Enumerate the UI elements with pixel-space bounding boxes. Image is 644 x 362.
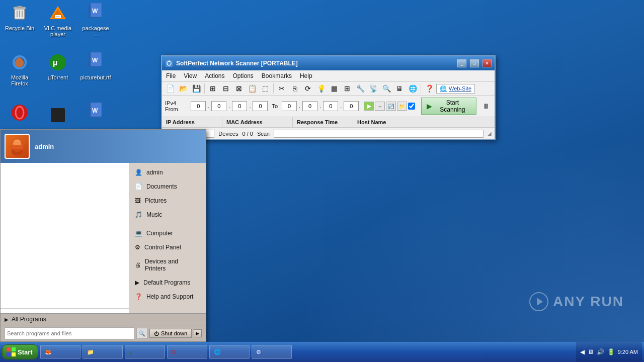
menu-item-computer[interactable]: 💻 Computer	[129, 226, 206, 240]
svg-rect-38	[12, 352, 16, 356]
menu-item-help[interactable]: ❓ Help and Support	[129, 290, 206, 304]
minimize-button[interactable]: _	[457, 59, 466, 67]
toolbar-btn-14[interactable]: 🌐	[407, 83, 419, 94]
menu-item-control-panel[interactable]: ⚙ Control Panel	[129, 240, 206, 254]
desktop-icon-word1[interactable]: W packagese…	[78, 1, 113, 39]
desktop-icon-word2[interactable]: W picturebut.rtf	[78, 50, 113, 82]
menu-view[interactable]: View	[180, 71, 201, 80]
clock-time: 9:20 AM	[618, 349, 638, 355]
toolbar-btn-8[interactable]: ▦	[328, 83, 340, 94]
ip-action-4[interactable]: 📁	[397, 102, 407, 111]
ip-action-1[interactable]: ▶	[364, 102, 374, 111]
toolbar-btn-13[interactable]: 🖥	[393, 83, 406, 94]
start-menu-search-bar: 🔍 ⏻ Shut down ▶	[1, 325, 206, 341]
col-ip-address[interactable]: IP Address	[162, 117, 222, 127]
recycle-bin-icon	[10, 3, 30, 23]
desktop-icon-opera[interactable]	[2, 101, 37, 127]
ip-action-3[interactable]: 🔃	[386, 102, 396, 111]
close-button[interactable]: ✕	[482, 59, 492, 67]
taskbar-item-opera[interactable]: O	[167, 345, 207, 359]
toolbar-btn-12[interactable]: 🔍	[380, 83, 392, 94]
ip-to-4[interactable]	[344, 101, 359, 111]
menu-file[interactable]: File	[162, 71, 180, 80]
resize-handle[interactable]: ◢	[488, 131, 492, 136]
ip-to-2[interactable]	[302, 101, 317, 111]
word1-label: packagese…	[80, 25, 111, 37]
toolbar-btn-9[interactable]: ⊞	[341, 83, 353, 94]
ip-action-2[interactable]: ↔	[375, 102, 385, 111]
menu-item-admin[interactable]: 👤 admin	[129, 165, 206, 179]
ip-from-2[interactable]	[211, 101, 226, 111]
all-programs-btn[interactable]: ▶ All Programs	[5, 316, 46, 323]
menu-bookmarks[interactable]: Bookmarks	[258, 71, 296, 80]
toolbar-btn-10[interactable]: 🔧	[354, 83, 366, 94]
pause-scanning-button[interactable]: ⏸	[480, 101, 492, 112]
ip-range-bar: IPv4 From . . . To . . . ▶ ↔ 🔃 📁	[162, 96, 495, 117]
menu-help[interactable]: Help	[296, 71, 316, 80]
tray-expand-icon[interactable]: ◀	[580, 348, 585, 355]
toolbar-btn-1[interactable]: ⊞	[207, 83, 219, 94]
start-button[interactable]: Start	[2, 344, 38, 359]
ip-from-1[interactable]	[191, 101, 206, 111]
taskbar-settings-icon: ⚙	[256, 349, 261, 355]
toolbar-new-btn[interactable]: 📄	[164, 83, 176, 94]
desktop-icon-black[interactable]	[40, 103, 75, 129]
toolbar-open-btn[interactable]: 📂	[177, 83, 189, 94]
toolbar-btn-3[interactable]: ⊠	[233, 83, 245, 94]
taskbar: Start 🦊 📁 µ O 🌐	[0, 342, 644, 362]
taskbar-item-explorer[interactable]: 📁	[83, 345, 123, 359]
web-site-button[interactable]: 🌐 Web-Site	[436, 84, 475, 94]
menu-item-pictures[interactable]: 🖼 Pictures	[129, 194, 206, 208]
maximize-button[interactable]: □	[470, 59, 479, 67]
desktop-icon-word3[interactable]: W	[78, 101, 113, 127]
menu-item-default-programs[interactable]: ▶ Default Programs	[129, 276, 206, 290]
toolbar-cut-btn[interactable]: ✂	[276, 83, 288, 94]
user-avatar	[5, 134, 30, 159]
toolbar-btn-5[interactable]: ⬚	[259, 83, 271, 94]
taskbar-item-settings[interactable]: ⚙	[252, 345, 292, 359]
toolbar-copy-btn[interactable]: ⎘	[289, 83, 301, 94]
ip-checkbox[interactable]	[408, 103, 415, 110]
menu-item-devices[interactable]: 🖨 Devices and Printers	[129, 254, 206, 276]
toolbar-btn-4[interactable]: 📋	[246, 83, 258, 94]
start-scanning-button[interactable]: ▶ Start Scanning	[421, 98, 476, 115]
tray-volume-icon[interactable]: 🔊	[597, 348, 604, 355]
shutdown-arrow-button[interactable]: ▶	[194, 329, 202, 337]
menu-item-documents[interactable]: 📄 Documents	[129, 179, 206, 194]
ip-to-3[interactable]	[323, 101, 338, 111]
desktop-icon-vlc[interactable]: VLC media player	[40, 1, 75, 39]
system-clock[interactable]: 9:20 AM	[618, 349, 638, 355]
taskbar-item-firefox[interactable]: 🦊	[40, 345, 80, 359]
toolbar-btn-6[interactable]: ⟳	[302, 83, 314, 94]
start-menu-top: admin	[1, 130, 206, 163]
toolbar-btn-11[interactable]: 📡	[367, 83, 379, 94]
toolbar-btn-7[interactable]: 💡	[315, 83, 327, 94]
ip-to-1[interactable]	[282, 101, 297, 111]
to-label: To	[272, 103, 278, 109]
desktop-icon-recycle-bin[interactable]: Recycle Bin	[2, 1, 37, 33]
taskbar-item-utorrent[interactable]: µ	[125, 345, 165, 359]
tray-network-icon[interactable]: 🖥	[588, 348, 594, 355]
toolbar-save-btn[interactable]: 💾	[190, 83, 202, 94]
col-host-name[interactable]: Host Name	[353, 117, 495, 127]
music-icon: 🎵	[135, 211, 142, 218]
anyrun-logo-icon	[529, 292, 549, 312]
search-button[interactable]: 🔍	[136, 328, 147, 339]
scan-input[interactable]	[274, 130, 484, 138]
col-response-time[interactable]: Response Time	[293, 117, 353, 127]
toolbar-help-btn[interactable]: ❓	[423, 83, 435, 94]
tray-battery-icon[interactable]: 🔋	[607, 348, 615, 355]
desktop-icon-firefox[interactable]: Mozilla Firefox	[2, 50, 37, 88]
col-mac-address[interactable]: MAC Address	[222, 117, 293, 127]
menu-actions[interactable]: Actions	[201, 71, 228, 80]
desktop-icon-utorrent[interactable]: µ µTorrent	[40, 50, 75, 82]
ip-from-4[interactable]	[253, 101, 268, 111]
menu-item-music[interactable]: 🎵 Music	[129, 208, 206, 222]
toolbar-btn-2[interactable]: ⊟	[220, 83, 232, 94]
shutdown-button[interactable]: ⏻ Shut down	[149, 329, 192, 338]
ip-from-3[interactable]	[232, 101, 247, 111]
menu-options[interactable]: Options	[229, 71, 258, 80]
menu-divider-1	[1, 308, 129, 309]
taskbar-item-chrome[interactable]: 🌐	[209, 345, 250, 359]
search-input[interactable]	[5, 327, 134, 339]
